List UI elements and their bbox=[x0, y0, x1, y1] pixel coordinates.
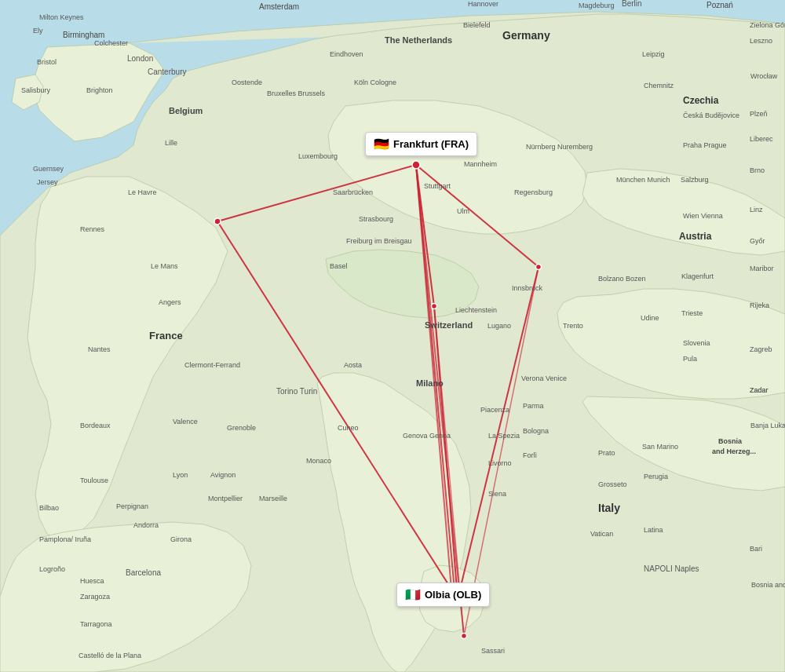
svg-text:Livorno: Livorno bbox=[488, 459, 512, 467]
svg-text:Liberec: Liberec bbox=[750, 135, 773, 143]
svg-text:Stuttgart: Stuttgart bbox=[424, 182, 451, 190]
svg-text:Prato: Prato bbox=[598, 449, 615, 457]
svg-text:Czechia: Czechia bbox=[683, 95, 719, 106]
svg-text:Milano: Milano bbox=[416, 378, 444, 388]
svg-text:Bilbao: Bilbao bbox=[39, 504, 59, 512]
svg-text:Amsterdam: Amsterdam bbox=[259, 2, 299, 11]
frankfurt-label: 🇩🇪 Frankfurt (FRA) bbox=[365, 132, 477, 156]
svg-text:Hannover: Hannover bbox=[468, 0, 498, 8]
svg-text:Tarragona: Tarragona bbox=[80, 620, 112, 628]
svg-text:Birmingham: Birmingham bbox=[63, 31, 104, 39]
svg-text:San Marino: San Marino bbox=[642, 443, 678, 451]
svg-text:Zaragoza: Zaragoza bbox=[80, 593, 110, 601]
svg-text:Italy: Italy bbox=[598, 502, 620, 514]
svg-text:Bosnia and Herzegovina: Bosnia and Herzegovina bbox=[751, 581, 785, 589]
svg-text:France: France bbox=[149, 330, 183, 341]
germany-flag: 🇩🇪 bbox=[374, 137, 389, 152]
svg-text:Toulouse: Toulouse bbox=[80, 477, 108, 484]
svg-text:Klagenfurt: Klagenfurt bbox=[681, 272, 714, 280]
svg-text:Germany: Germany bbox=[502, 29, 550, 42]
svg-text:Basel: Basel bbox=[330, 262, 348, 270]
svg-text:Perugia: Perugia bbox=[644, 473, 668, 480]
svg-text:Grosseto: Grosseto bbox=[598, 480, 627, 488]
svg-text:Oostende: Oostende bbox=[232, 79, 262, 86]
svg-text:Bruxelles Brussels: Bruxelles Brussels bbox=[267, 89, 326, 97]
svg-text:Montpellier: Montpellier bbox=[208, 495, 243, 502]
svg-text:Nantes: Nantes bbox=[88, 345, 111, 353]
olbia-label-text: Olbia (OLB) bbox=[425, 589, 481, 601]
svg-text:Lyon: Lyon bbox=[173, 471, 188, 479]
svg-text:Grenoble: Grenoble bbox=[227, 424, 256, 432]
svg-text:Cuneo: Cuneo bbox=[338, 424, 359, 432]
svg-text:Austria: Austria bbox=[679, 231, 712, 242]
svg-text:Jersey: Jersey bbox=[37, 178, 58, 186]
svg-text:Poznań: Poznań bbox=[706, 1, 733, 9]
svg-text:Bielefeld: Bielefeld bbox=[463, 21, 491, 29]
svg-text:Clermont-Ferrand: Clermont-Ferrand bbox=[184, 361, 240, 369]
svg-text:Ely: Ely bbox=[33, 27, 43, 35]
svg-text:Trieste: Trieste bbox=[681, 309, 703, 317]
svg-text:Plzeň: Plzeň bbox=[750, 110, 768, 118]
svg-text:Siena: Siena bbox=[488, 490, 506, 498]
map-svg: Birmingham Milton Keynes Ely Colchester … bbox=[0, 0, 785, 672]
svg-text:Zagreb: Zagreb bbox=[750, 345, 772, 353]
svg-text:Udine: Udine bbox=[641, 314, 659, 322]
svg-text:Sassari: Sassari bbox=[481, 647, 505, 655]
svg-text:Bristol: Bristol bbox=[37, 58, 57, 66]
svg-text:Latina: Latina bbox=[644, 526, 663, 534]
svg-text:Colchester: Colchester bbox=[94, 39, 128, 47]
svg-text:Regensburg: Regensburg bbox=[514, 188, 553, 196]
svg-text:München Munich: München Munich bbox=[616, 176, 670, 184]
svg-text:Banja Luka: Banja Luka bbox=[750, 422, 785, 429]
svg-text:Guernsey: Guernsey bbox=[33, 165, 64, 173]
svg-text:Ulm: Ulm bbox=[457, 207, 469, 215]
frankfurt-label-text: Frankfurt (FRA) bbox=[393, 138, 469, 150]
svg-text:Freiburg im Breisgau: Freiburg im Breisgau bbox=[346, 237, 412, 245]
svg-text:Zielona Góra: Zielona Góra bbox=[750, 21, 785, 29]
svg-text:Bologna: Bologna bbox=[523, 427, 549, 435]
svg-text:Le Mans: Le Mans bbox=[151, 262, 178, 270]
svg-text:Slovenia: Slovenia bbox=[683, 339, 710, 347]
svg-text:Luxembourg: Luxembourg bbox=[298, 152, 338, 160]
svg-text:Castelló de la Plana: Castelló de la Plana bbox=[78, 652, 141, 659]
svg-text:Belgium: Belgium bbox=[169, 106, 203, 115]
svg-text:Brno: Brno bbox=[750, 166, 765, 174]
svg-text:Huesca: Huesca bbox=[80, 577, 104, 585]
svg-text:The Netherlands: The Netherlands bbox=[385, 35, 452, 45]
svg-text:Bordeaux: Bordeaux bbox=[80, 422, 111, 429]
svg-text:Perpignan: Perpignan bbox=[116, 502, 148, 510]
italy-flag: 🇮🇹 bbox=[405, 587, 421, 602]
svg-point-16 bbox=[536, 265, 542, 270]
svg-text:Győr: Győr bbox=[750, 237, 765, 245]
svg-text:Berlin: Berlin bbox=[622, 0, 642, 8]
svg-text:Rijeka: Rijeka bbox=[750, 301, 769, 309]
svg-text:Le Havre: Le Havre bbox=[128, 188, 157, 196]
svg-text:Köln Cologne: Köln Cologne bbox=[354, 79, 396, 86]
svg-text:Milton Keynes: Milton Keynes bbox=[39, 13, 84, 21]
svg-text:Marseille: Marseille bbox=[259, 495, 287, 502]
svg-text:Logroño: Logroño bbox=[39, 565, 65, 573]
svg-text:Strasbourg: Strasbourg bbox=[359, 215, 393, 223]
svg-text:Bolzano Bozen: Bolzano Bozen bbox=[598, 275, 646, 283]
svg-text:Switzerland: Switzerland bbox=[425, 320, 473, 330]
svg-text:Andorra: Andorra bbox=[133, 521, 159, 529]
svg-text:London: London bbox=[127, 54, 153, 63]
svg-text:Salzburg: Salzburg bbox=[681, 176, 709, 184]
svg-text:Trento: Trento bbox=[563, 322, 583, 330]
svg-text:Valence: Valence bbox=[173, 418, 198, 425]
svg-text:Leipzig: Leipzig bbox=[642, 50, 665, 58]
svg-text:Pamplona/ Iruña: Pamplona/ Iruña bbox=[39, 535, 91, 543]
svg-point-12 bbox=[412, 161, 420, 169]
svg-text:Genova Genoa: Genova Genoa bbox=[403, 432, 451, 440]
svg-text:Brighton: Brighton bbox=[86, 86, 113, 94]
svg-text:Piacenza: Piacenza bbox=[480, 406, 509, 414]
svg-text:and Herzeg...: and Herzeg... bbox=[712, 447, 756, 455]
svg-point-15 bbox=[432, 304, 437, 309]
svg-text:Vatican: Vatican bbox=[590, 530, 613, 538]
svg-text:Parma: Parma bbox=[523, 402, 544, 410]
svg-text:Canterbury: Canterbury bbox=[148, 68, 186, 76]
svg-text:Bari: Bari bbox=[750, 545, 762, 553]
svg-text:Verona Venice: Verona Venice bbox=[521, 374, 567, 382]
svg-text:Saarbrücken: Saarbrücken bbox=[333, 188, 373, 196]
svg-text:Wien Vienna: Wien Vienna bbox=[683, 212, 723, 220]
